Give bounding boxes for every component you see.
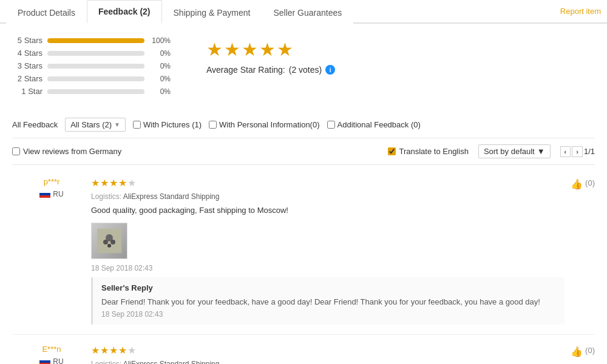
star-bar-label: 3 Stars [12,61,42,70]
all-stars-label: All Stars (2) [70,120,112,129]
review-star: ★ [100,345,109,356]
logistics-value: AliExpress Standard Shipping [123,192,220,201]
pagination: ‹ › 1/1 [560,146,595,157]
review-star-rating: ★★★★★ [91,177,565,189]
review-star: ★ [127,177,136,189]
svg-rect-0 [39,190,50,193]
bar-track [47,76,144,81]
with-personal-filter[interactable]: With Personal Information(0) [209,120,319,129]
bar-pct-label: 0% [149,49,171,58]
star-3: ★ [242,39,258,60]
translate-checkbox[interactable] [388,147,396,155]
helpful-section: 👍(0) [565,345,595,364]
ru-flag-icon [39,190,50,198]
tabs-bar: Product Details Feedback (2) Shipping & … [0,0,607,24]
rating-section: 5 Stars100%4 Stars0%3 Stars0%2 Stars0%1 … [12,36,595,99]
additional-feedback-filter[interactable]: Additional Feedback (0) [327,120,421,129]
next-page-button[interactable]: › [572,146,583,157]
review-image[interactable] [91,223,127,259]
review-logistics: Logistics: AliExpress Standard Shipping [91,360,565,364]
star-5: ★ [277,39,293,60]
product-thumbnail-icon [97,229,121,253]
bar-pct-label: 0% [149,87,171,96]
thumbs-up-icon[interactable]: 👍 [571,178,583,190]
view-germany-checkbox[interactable] [12,147,20,155]
bar-pct-label: 100% [149,36,171,45]
with-pictures-filter[interactable]: With Pictures (1) [133,120,202,129]
svg-rect-8 [39,358,50,360]
star-4: ★ [259,39,276,60]
thumbs-up-icon[interactable]: 👍 [571,346,583,357]
with-personal-checkbox[interactable] [209,121,217,129]
tab-seller-guarantees[interactable]: Seller Guarantees [262,1,353,24]
svg-point-6 [110,240,115,244]
star-bar-row: 1 Star0% [12,87,182,96]
reviewer-name[interactable]: E***n [42,345,61,354]
dropdown-arrow: ▼ [114,121,120,128]
view-germany-filter[interactable]: View reviews from Germany [12,147,121,156]
bar-fill [47,38,144,43]
prev-page-button[interactable]: ‹ [560,146,571,157]
tab-shipping[interactable]: Shipping & Payment [162,1,262,24]
with-pictures-label: With Pictures (1) [143,120,202,129]
report-item-link[interactable]: Report item [560,1,601,22]
svg-rect-2 [39,195,50,198]
img-placeholder [92,223,127,258]
star-bar-row: 4 Stars0% [12,49,182,58]
review-item: p***r RU★★★★★Logistics: AliExpress Stand… [12,167,595,335]
star-bar-row: 3 Stars0% [12,61,182,70]
star-bar-label: 2 Stars [12,74,42,83]
reviewer-country: RU [39,190,63,198]
review-date: 18 Sep 2018 02:43 [91,264,565,272]
seller-reply-text: Dear Friend! Thank you for your feedback… [101,296,556,308]
reviewer-info: E***n RU [12,345,91,364]
tab-product-details[interactable]: Product Details [6,1,87,24]
info-icon[interactable]: i [325,65,335,75]
reviewer-name[interactable]: p***r [44,177,60,186]
page-count: 1/1 [584,147,595,156]
with-personal-label: With Personal Information(0) [219,120,319,129]
star-bar-row: 5 Stars100% [12,36,182,45]
filter-bar-2: View reviews from Germany Translate to E… [12,138,595,165]
avg-label: Average Star Rating: [206,65,285,75]
review-star: ★ [118,345,127,356]
star-bar-row: 2 Stars0% [12,74,182,83]
svg-rect-1 [39,193,50,195]
avg-votes: (2 votes) [289,65,322,75]
bar-track [47,89,144,94]
review-star: ★ [109,345,118,356]
bar-pct-label: 0% [149,75,171,83]
logistics-value: AliExpress Standard Shipping [123,360,220,364]
additional-feedback-checkbox[interactable] [327,121,335,129]
review-item: E***n RU★★★★★Logistics: AliExpress Stand… [12,335,595,364]
review-star-rating: ★★★★★ [91,345,565,356]
review-star: ★ [91,345,100,356]
svg-rect-9 [39,360,50,363]
avg-stars-display: ★ ★ ★ ★ ★ [206,39,335,60]
helpful-count: (0) [585,346,595,355]
star-2: ★ [224,39,240,60]
avg-text: Average Star Rating: (2 votes) i [206,65,335,75]
main-content: 5 Stars100%4 Stars0%3 Stars0%2 Stars0%1 … [0,24,607,364]
view-germany-label: View reviews from Germany [23,147,121,156]
sort-label: Sort by default [484,147,535,156]
seller-reply-title: Seller's Reply [101,283,556,292]
reviewer-info: p***r RU [12,177,91,325]
with-pictures-checkbox[interactable] [133,121,141,129]
review-list: p***r RU★★★★★Logistics: AliExpress Stand… [12,167,595,364]
filter-bar-1: All Feedback All Stars (2) ▼ With Pictur… [12,112,595,138]
sort-dropdown[interactable]: Sort by default ▼ [478,144,551,158]
bar-pct-label: 0% [149,62,171,70]
review-star: ★ [109,177,118,189]
review-body: ★★★★★Logistics: AliExpress Standard Ship… [91,177,565,325]
sort-arrow: ▼ [537,147,545,156]
translate-filter[interactable]: Translate to English [388,147,468,156]
tab-feedback[interactable]: Feedback (2) [87,0,162,24]
seller-reply: Seller's ReplyDear Friend! Thank you for… [91,277,565,325]
review-star: ★ [127,345,136,356]
svg-point-5 [103,240,108,244]
review-text: Good quality, good packaging, Fast shipp… [91,204,565,217]
translate-label: Translate to English [399,147,468,156]
star-bars: 5 Stars100%4 Stars0%3 Stars0%2 Stars0%1 … [12,36,182,99]
all-stars-dropdown[interactable]: All Stars (2) ▼ [65,118,126,132]
